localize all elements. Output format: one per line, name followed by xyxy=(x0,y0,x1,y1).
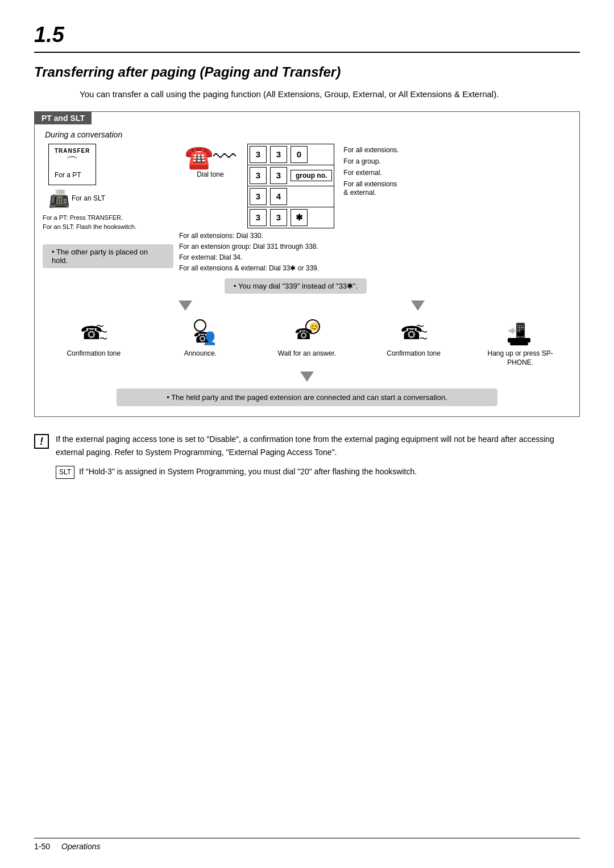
dial-row-1: 3 3 group no. xyxy=(248,165,334,186)
hold-note-container: • The other party is placed on hold. xyxy=(43,240,173,270)
intro-text: You can transfer a call using the paging… xyxy=(80,88,580,101)
dial-btn-3b: 3 xyxy=(270,146,287,163)
dial-row-2: 3 4 xyxy=(248,186,334,207)
step-icon-1: ☎ 〜 〜 〜 xyxy=(79,318,109,347)
arrow-left xyxy=(179,299,192,312)
hangup-svg: 📲 xyxy=(505,318,535,347)
may-dial-note: • You may dial "339" instead of "33✱". xyxy=(225,278,367,294)
footer-page: 1-50 xyxy=(34,842,50,851)
transfer-btn-icon: ⌒ xyxy=(55,154,90,171)
step-caption-3: Wait for an answer. xyxy=(278,349,336,358)
transfer-section: TRANSFER ⌒ For a PT 📠 For an SLT xyxy=(48,144,173,208)
svg-text:👤: 👤 xyxy=(202,331,215,346)
dial-btn-3e: 3 xyxy=(250,188,267,205)
note-row-1: SLT If "Hold-3" is assigned in System Pr… xyxy=(34,465,580,479)
slt-phone-row: 📠 For an SLT xyxy=(48,189,105,208)
announce-svg: ☎ 👤 xyxy=(185,318,215,347)
step-confirmation-tone-1: ☎ 〜 〜 〜 Confirmation tone xyxy=(57,318,131,358)
step-caption-5: Hang up or press SP-PHONE. xyxy=(483,349,557,367)
dial-btn-3f: 3 xyxy=(250,209,267,226)
dial-tone-label: Dial tone xyxy=(197,170,223,178)
dial-desc-3: For all extensions& external. xyxy=(343,180,399,198)
svg-text:〜: 〜 xyxy=(420,334,428,343)
step-announce: ☎ 👤 Announce. xyxy=(163,318,237,358)
hold-note: • The other party is placed on hold. xyxy=(43,244,173,268)
dial-desc-line-0: For all extensions: Dial 330. xyxy=(179,231,571,241)
footer: 1-50 Operations xyxy=(34,838,580,851)
dial-btn-4: 4 xyxy=(270,188,287,205)
svg-text:📲: 📲 xyxy=(508,322,526,340)
dial-desc-1: For a group. xyxy=(343,157,399,165)
left-panel: TRANSFER ⌒ For a PT 📠 For an SLT For a P… xyxy=(43,144,173,297)
dial-desc-list: For all extensions. For a group. For ext… xyxy=(343,144,399,198)
pt-caption: For a PT: Press TRANSFER. xyxy=(43,213,173,223)
dial-btn-groupno: group no. xyxy=(291,170,332,181)
dial-tone-col: ☎️〰 Dial tone xyxy=(185,144,236,178)
confirmation-tone-svg-1: ☎ 〜 〜 〜 xyxy=(79,318,109,347)
step-wait-answer: ☎ 😊 Wait for an answer. xyxy=(270,318,344,358)
step-caption-2: Announce. xyxy=(184,349,217,358)
transfer-box: TRANSFER ⌒ For a PT xyxy=(48,144,96,185)
slt-phone-icon: 📠 xyxy=(48,189,69,208)
step-icon-5: 📲 xyxy=(505,318,535,347)
step-caption-1: Confirmation tone xyxy=(67,349,121,358)
dial-desc-2: For external. xyxy=(343,169,399,177)
arrow-right xyxy=(411,299,425,312)
dial-row-0: 3 3 0 xyxy=(248,144,334,165)
during-label: During a conversation xyxy=(45,130,579,139)
dial-rows: 3 3 0 3 3 group no. 3 4 xyxy=(247,144,334,228)
notes-section: ! If the external paging access tone is … xyxy=(34,433,580,479)
dial-area: 3 3 0 3 3 group no. 3 4 xyxy=(247,144,399,228)
pt-slt-label: PT and SLT xyxy=(35,112,92,124)
confirmation-tone-svg-2: ☎ 〜 〜 〜 xyxy=(399,318,429,347)
svg-text:😊: 😊 xyxy=(309,322,320,332)
left-captions: For a PT: Press TRANSFER. For an SLT: Fl… xyxy=(43,213,173,232)
note-text-0: If the external paging access tone is se… xyxy=(56,433,580,458)
transfer-label: TRANSFER xyxy=(55,148,90,154)
svg-rect-16 xyxy=(510,343,528,345)
dial-btn-star: ✱ xyxy=(291,209,308,226)
for-pt-label: For a PT xyxy=(55,171,81,179)
may-dial-note-container: • You may dial "339" instead of "33✱". xyxy=(179,274,571,296)
dial-desc-block: For all extensions: Dial 330. For an ext… xyxy=(179,231,571,274)
dial-desc-line-1: For an extension group: Dial 331 through… xyxy=(179,241,571,252)
dial-desc-line-2: For external: Dial 34. xyxy=(179,252,571,263)
pt-row: For a PT xyxy=(55,171,90,179)
step-icon-4: ☎ 〜 〜 〜 xyxy=(399,318,429,347)
exclaim-icon: ! xyxy=(34,434,49,449)
svg-text:〜: 〜 xyxy=(99,334,107,343)
step-caption-4: Confirmation tone xyxy=(387,349,441,358)
dial-tone-icon: ☎️〰 xyxy=(185,144,236,170)
right-top-area: ☎️〰 Dial tone 3 3 0 3 xyxy=(179,144,571,228)
diagram-area: TRANSFER ⌒ For a PT 📠 For an SLT For a P… xyxy=(35,144,579,297)
svg-rect-15 xyxy=(508,338,530,343)
right-panel: ☎️〰 Dial tone 3 3 0 3 xyxy=(179,144,571,297)
arrows-row xyxy=(35,299,579,312)
step-hangup: 📲 Hang up or press SP-PHONE. xyxy=(483,318,557,367)
dial-desc-line-3: For all extensions & external: Dial 33✱ … xyxy=(179,263,571,274)
arrow-center xyxy=(35,370,579,383)
step-confirmation-tone-2: ☎ 〜 〜 〜 Confirmation tone xyxy=(377,318,451,358)
note-row-0: ! If the external paging access tone is … xyxy=(34,433,580,458)
for-slt-label: For an SLT xyxy=(72,194,105,202)
dial-btn-3a: 3 xyxy=(250,146,267,163)
dial-btn-3c: 3 xyxy=(250,167,267,184)
dial-btn-3g: 3 xyxy=(270,209,287,226)
section-title: Transferring after paging (Paging and Tr… xyxy=(34,64,580,80)
connected-note: • The held party and the paged extension… xyxy=(117,389,498,406)
dial-btn-0: 0 xyxy=(291,146,308,163)
step-icon-2: ☎ 👤 xyxy=(185,318,215,347)
slt-box-inline: SLT xyxy=(56,466,74,479)
footer-operations: Operations xyxy=(61,842,100,851)
pt-slt-box: PT and SLT During a conversation TRANSFE… xyxy=(34,111,580,418)
main-title: 1.5 xyxy=(34,23,580,53)
steps-row: ☎ 〜 〜 〜 Confirmation tone ☎ 👤 Announce. xyxy=(35,318,579,367)
step-icon-3: ☎ 😊 xyxy=(292,318,322,347)
dial-row-3: 3 3 ✱ xyxy=(248,207,334,228)
wait-answer-svg: ☎ 😊 xyxy=(292,318,322,347)
slt-caption: For an SLT: Flash the hookswitch. xyxy=(43,222,173,232)
note-text-1: SLT If "Hold-3" is assigned in System Pr… xyxy=(56,465,417,479)
dial-desc-0: For all extensions. xyxy=(343,146,399,154)
dial-btn-3d: 3 xyxy=(270,167,287,184)
